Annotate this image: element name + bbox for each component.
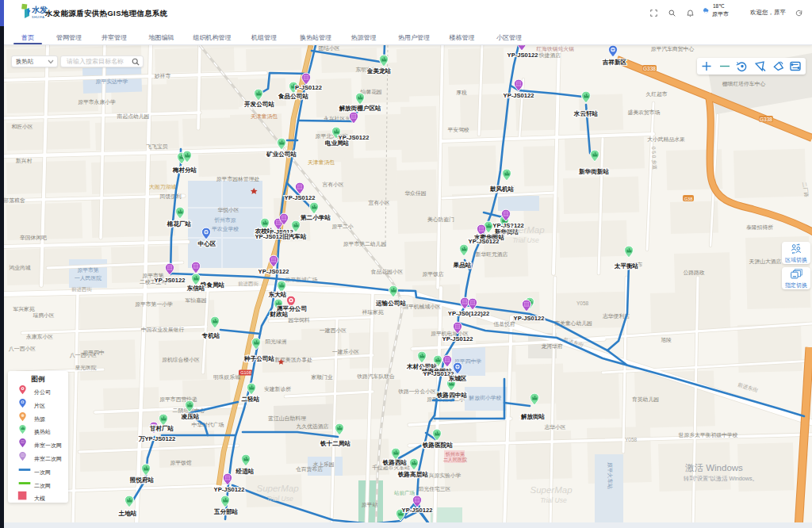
svg-text:鸿业尚城: 鸿业尚城 bbox=[9, 265, 30, 270]
svg-text:太平衡站: 太平衡站 bbox=[614, 262, 639, 270]
svg-text:棚细红塔停车中心: 棚细红塔停车中心 bbox=[722, 81, 766, 87]
svg-text:YP-JS0122: YP-JS0122 bbox=[469, 238, 500, 245]
svg-text:G38: G38 bbox=[684, 197, 692, 201]
svg-text:原平市永康小学: 原平市永康小学 bbox=[78, 99, 116, 105]
svg-text:安建新诊所: 安建新诊所 bbox=[264, 386, 291, 392]
svg-text:激活 Windows: 激活 Windows bbox=[685, 463, 743, 473]
svg-text:原平市园林管理处: 原平市园林管理处 bbox=[216, 176, 260, 182]
svg-text:中华时代广场: 中华时代广场 bbox=[192, 422, 224, 428]
svg-text:YP-JS0122: YP-JS0122 bbox=[504, 92, 534, 99]
svg-text:阳光住宅三区: 阳光住宅三区 bbox=[419, 486, 451, 492]
svg-text:经适站: 经适站 bbox=[236, 468, 255, 475]
svg-text:YP-JS0122: YP-JS0122 bbox=[259, 268, 289, 275]
svg-text:华众佳园: 华众佳园 bbox=[404, 190, 426, 197]
svg-text:久红超市: 久红超市 bbox=[645, 91, 667, 98]
svg-text:东大站: 东大站 bbox=[269, 291, 287, 298]
svg-text:南起点幼儿园: 南起点幼儿园 bbox=[117, 113, 150, 120]
svg-text:和匠小区: 和匠小区 bbox=[11, 124, 33, 129]
svg-text:原平站: 原平站 bbox=[362, 502, 378, 508]
svg-text:中国农业发展银行: 中国农业发展银行 bbox=[141, 327, 185, 333]
svg-text:第二小学站: 第二小学站 bbox=[300, 214, 331, 221]
svg-text:军兴家苑: 军兴家苑 bbox=[13, 306, 34, 312]
svg-text:食品花园小区: 食品花园小区 bbox=[371, 269, 404, 275]
svg-text:原平火车站: 原平火车站 bbox=[607, 462, 613, 489]
svg-text:兴原实验小学: 兴原实验小学 bbox=[429, 473, 462, 479]
svg-text:原平四中: 原平四中 bbox=[82, 350, 104, 356]
svg-text:开发公司站: 开发公司站 bbox=[243, 101, 274, 108]
svg-text:九久优选酒店: 九久优选酒店 bbox=[297, 423, 329, 430]
svg-text:Trial Use: Trial Use bbox=[540, 496, 567, 504]
svg-text:甘村厂站: 甘村厂站 bbox=[150, 425, 174, 432]
svg-text:站前广场: 站前广场 bbox=[394, 490, 415, 496]
svg-text:旭陵: 旭陵 bbox=[661, 337, 672, 342]
svg-text:Trial Use: Trial Use bbox=[266, 495, 293, 503]
svg-text:龙河华府: 龙河华府 bbox=[541, 343, 562, 350]
svg-text:SuperMap: SuperMap bbox=[502, 225, 545, 235]
svg-text:妙祥寺: 妙祥寺 bbox=[155, 73, 171, 79]
svg-text:原平汽车商贸中心: 原平汽车商贸中心 bbox=[651, 46, 695, 52]
svg-text:YP-JS0122: YP-JS0122 bbox=[285, 194, 316, 201]
svg-text:阳光绿洲: 阳光绿洲 bbox=[265, 339, 286, 345]
svg-text:P-JS0122: P-JS0122 bbox=[295, 84, 322, 91]
svg-text:大小武精品水果: 大小武精品水果 bbox=[647, 136, 685, 143]
svg-text:宫有小区: 宫有小区 bbox=[322, 182, 343, 188]
svg-text:前进西街: 前进西街 bbox=[238, 281, 259, 287]
svg-text:军怡嘉园: 军怡嘉园 bbox=[185, 297, 206, 304]
svg-text:铁路医院站: 铁路医院站 bbox=[422, 442, 453, 449]
svg-text:世原乡太平衡初级中学校: 世原乡太平衡初级中学校 bbox=[679, 432, 738, 438]
svg-text:天津童汤包: 天津童汤包 bbox=[251, 113, 278, 120]
svg-text:原平二小: 原平二小 bbox=[331, 224, 353, 229]
svg-text:解放街站: 解放街站 bbox=[520, 413, 546, 420]
svg-text:金美龙站: 金美龙站 bbox=[366, 67, 392, 75]
svg-text:回馈便利: 回馈便利 bbox=[159, 193, 181, 200]
svg-text:YP-JS0122: YP-JS0122 bbox=[214, 486, 245, 493]
svg-text:照悦府站: 照悦府站 bbox=[130, 476, 155, 484]
svg-text:伍基悦府: 伍基悦府 bbox=[493, 321, 515, 327]
svg-text:运输公司站: 运输公司站 bbox=[375, 300, 406, 307]
svg-text:果品站: 果品站 bbox=[453, 262, 472, 269]
svg-text:仓百货布店: 仓百货布店 bbox=[296, 466, 323, 473]
svg-text:泰隆招待所: 泰隆招待所 bbox=[746, 224, 773, 231]
svg-text:永康东小区: 永康东小区 bbox=[26, 334, 53, 340]
svg-text:铁路高层站: 铁路高层站 bbox=[397, 471, 428, 478]
svg-text:原机综合楼小区: 原机综合楼小区 bbox=[162, 357, 200, 362]
svg-text:新华旺元酒店: 新华旺元酒店 bbox=[476, 251, 508, 258]
svg-text:YP-JS012旧汽车站: YP-JS012旧汽车站 bbox=[255, 233, 307, 240]
svg-text:平安驾校: 平安驾校 bbox=[447, 127, 469, 133]
svg-text:二轻站: 二轻站 bbox=[242, 396, 260, 403]
svg-text:铁十二局站: 铁十二局站 bbox=[320, 440, 350, 447]
svg-text:原平饭店: 原平饭店 bbox=[422, 271, 443, 277]
svg-text:原平饭馆: 原平饭馆 bbox=[170, 460, 191, 466]
svg-text:G108: G108 bbox=[240, 370, 251, 375]
svg-text:园华饲料: 园华饲料 bbox=[288, 317, 309, 323]
svg-text:种子公司站: 种子公司站 bbox=[243, 355, 274, 362]
svg-text:财政站: 财政站 bbox=[270, 311, 289, 318]
svg-text:铁路汽车队联合: 铁路汽车队联合 bbox=[356, 373, 395, 380]
svg-text:水云轩站: 水云轩站 bbox=[573, 110, 599, 117]
svg-text:平农业学校: 平农业学校 bbox=[212, 226, 239, 232]
svg-text:YP-JS0122: YP-JS0122 bbox=[508, 52, 538, 59]
svg-text:辛国休闲吧: 辛国休闲吧 bbox=[20, 235, 47, 241]
svg-text:天涯山大酒店: 天涯山大酒店 bbox=[749, 258, 782, 265]
svg-text:万YP-JS0122: 万YP-JS0122 bbox=[138, 435, 175, 442]
svg-text:新兴村: 新兴村 bbox=[16, 158, 33, 164]
svg-text:食品公司站: 食品公司站 bbox=[278, 93, 308, 100]
svg-text:吉祥新区: 吉祥新区 bbox=[602, 59, 627, 66]
svg-text:祥瑞家苑: 祥瑞家苑 bbox=[362, 309, 383, 316]
svg-text:忻州市原: 忻州市原 bbox=[213, 217, 236, 223]
svg-text:G338: G338 bbox=[643, 66, 656, 71]
svg-text:团结小区: 团结小区 bbox=[318, 45, 339, 52]
svg-text:一建西小区: 一建西小区 bbox=[320, 327, 347, 334]
svg-text:原平实达中学: 原平实达中学 bbox=[96, 78, 128, 84]
svg-text:原平市第一小学: 原平市第一小学 bbox=[135, 301, 173, 307]
svg-text:SuperMap: SuperMap bbox=[530, 485, 573, 495]
svg-text:铁路一分会小区: 铁路一分会小区 bbox=[397, 388, 436, 395]
svg-text:Y058: Y058 bbox=[576, 300, 589, 306]
svg-text:家顺门业: 家顺门业 bbox=[311, 374, 332, 380]
svg-text:YP-JS0122: YP-JS0122 bbox=[155, 277, 186, 284]
svg-text:鼓风机站: 鼓风机站 bbox=[490, 186, 515, 193]
svg-text:转到"设置"以激活 Windows。: 转到"设置"以激活 Windows。 bbox=[684, 475, 758, 482]
svg-text:原平市第二幼儿园: 原平市第二幼儿园 bbox=[343, 241, 386, 247]
svg-text:志华小区: 志华小区 bbox=[544, 424, 565, 430]
svg-text:梅村分站: 梅村分站 bbox=[172, 166, 197, 174]
